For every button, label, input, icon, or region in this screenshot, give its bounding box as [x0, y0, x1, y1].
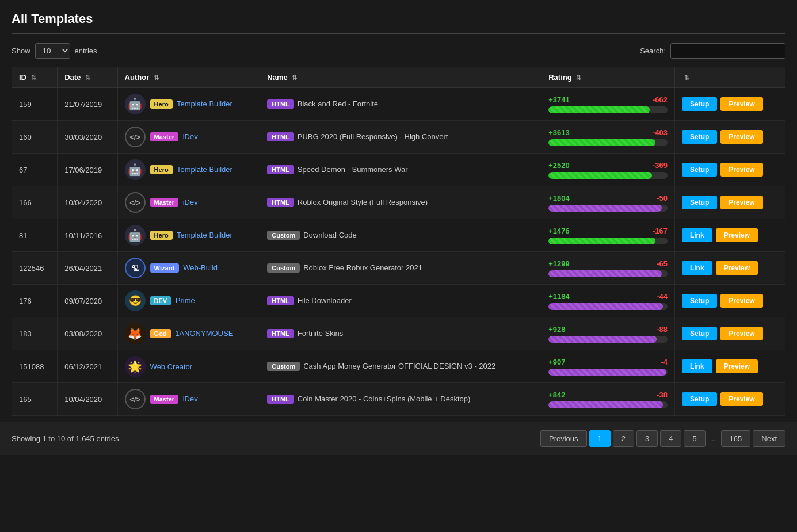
action2-button[interactable]: Preview	[720, 392, 762, 406]
cell-id: 176	[12, 285, 58, 317]
cell-name: HTMLFortnite Skins	[260, 317, 541, 350]
top-controls: Show 10 25 50 100 entries Search:	[12, 43, 785, 59]
col-author: Author ⇅	[117, 67, 260, 88]
page-5-button[interactable]: 5	[684, 430, 705, 447]
action2-button[interactable]: Preview	[716, 228, 758, 242]
author-name[interactable]: Template Builder	[177, 231, 232, 239]
rating-positive: +928	[548, 325, 565, 334]
author-name[interactable]: Web-Build	[183, 263, 218, 272]
rating-bar-bg	[548, 303, 668, 310]
action1-button[interactable]: Setup	[682, 294, 717, 308]
footer-info: Showing 1 to 10 of 1,645 entries	[12, 434, 119, 443]
name-tag: HTML	[267, 329, 294, 338]
cell-id: 122546	[12, 252, 58, 285]
action2-button[interactable]: Preview	[720, 196, 762, 209]
action1-button[interactable]: Setup	[682, 392, 717, 406]
pagination: Previous 1 2 3 4 5 ... 165 Next	[540, 430, 785, 447]
sort-icon-date: ⇅	[85, 74, 90, 82]
cell-date: 03/08/2020	[58, 317, 117, 350]
rating-bar-fill	[548, 172, 652, 179]
page-165-button[interactable]: 165	[721, 430, 751, 447]
action2-button[interactable]: Preview	[720, 294, 762, 308]
rating-bar-fill	[548, 401, 662, 408]
cell-date: 06/12/2021	[58, 350, 117, 383]
cell-rating: +907 -4	[541, 350, 675, 383]
name-tag: HTML	[267, 198, 294, 207]
author-name[interactable]: iDev	[183, 132, 198, 141]
action1-button[interactable]: Setup	[682, 97, 717, 111]
cell-rating: +928 -88	[541, 317, 675, 350]
templates-table: ID ⇅ Date ⇅ Author ⇅ Name ⇅ Rating ⇅ ⇅ 1…	[12, 67, 785, 416]
search-input[interactable]	[670, 43, 785, 59]
cell-author: 🤖 Hero Template Builder	[117, 154, 260, 186]
previous-button[interactable]: Previous	[540, 430, 587, 447]
action2-button[interactable]: Preview	[720, 327, 762, 340]
rating-positive: +1299	[548, 259, 570, 268]
table-row: 122546 26/04/2021 🏗 Wizard Web-Build Cus…	[12, 252, 785, 285]
rating-positive: +2520	[548, 161, 570, 170]
cell-author: 🏗 Wizard Web-Build	[117, 252, 260, 285]
rating-positive: +1476	[548, 227, 570, 235]
page-2-button[interactable]: 2	[613, 430, 634, 447]
cell-name: HTMLBlack and Red - Fortnite	[260, 88, 541, 121]
name-tag: HTML	[267, 132, 294, 141]
name-tag: HTML	[267, 395, 294, 404]
action2-button[interactable]: Preview	[720, 163, 762, 177]
entries-select[interactable]: 10 25 50 100	[35, 43, 70, 59]
col-id: ID ⇅	[12, 67, 58, 88]
rating-negative: -403	[653, 128, 668, 137]
cell-actions: Link Preview	[674, 350, 785, 383]
author-badge: Hero	[150, 165, 173, 174]
action1-button[interactable]: Link	[682, 261, 712, 275]
action1-button[interactable]: Link	[682, 228, 712, 242]
next-button[interactable]: Next	[753, 430, 785, 447]
cell-name: CustomRoblox Free Robux Generator 2021	[260, 252, 541, 285]
action2-button[interactable]: Preview	[716, 359, 758, 373]
entries-label: entries	[75, 47, 97, 55]
cell-rating: +3613 -403	[541, 121, 675, 154]
author-name[interactable]: 1ANONYMOUSE	[175, 329, 233, 338]
search-group: Search:	[640, 43, 785, 59]
rating-positive: +1804	[548, 194, 570, 202]
author-name[interactable]: iDev	[183, 395, 198, 403]
action1-button[interactable]: Setup	[682, 130, 717, 144]
page-4-button[interactable]: 4	[660, 430, 681, 447]
rating-negative: -44	[657, 292, 668, 301]
cell-date: 09/07/2020	[58, 285, 117, 317]
author-name[interactable]: Template Builder	[177, 165, 232, 174]
cell-actions: Setup Preview	[674, 383, 785, 416]
rating-bar-fill	[548, 270, 661, 277]
cell-actions: Link Preview	[674, 252, 785, 285]
cell-date: 17/06/2019	[58, 154, 117, 186]
action2-button[interactable]: Preview	[720, 130, 762, 144]
rating-bar-bg	[548, 205, 668, 212]
action1-button[interactable]: Link	[682, 359, 712, 373]
author-badge: Wizard	[150, 263, 179, 273]
cell-id: 165	[12, 383, 58, 416]
cell-author: 🦊 God 1ANONYMOUSE	[117, 317, 260, 350]
author-badge: Master	[150, 198, 178, 207]
col-actions: ⇅	[674, 67, 785, 88]
table-header-row: ID ⇅ Date ⇅ Author ⇅ Name ⇅ Rating ⇅ ⇅	[12, 67, 785, 88]
col-rating: Rating ⇅	[541, 67, 675, 88]
author-name[interactable]: Web Creator	[150, 362, 192, 371]
author-name[interactable]: Prime	[176, 296, 195, 305]
author-badge: DEV	[150, 296, 171, 305]
action2-button[interactable]: Preview	[716, 261, 758, 275]
page-3-button[interactable]: 3	[636, 430, 658, 447]
author-badge: Master	[150, 132, 178, 141]
cell-name: HTMLPUBG 2020 (Full Responsive) - High C…	[260, 121, 541, 154]
action1-button[interactable]: Setup	[682, 327, 717, 340]
page-1-button[interactable]: 1	[589, 430, 611, 447]
show-label: Show	[12, 47, 30, 55]
rating-negative: -50	[657, 194, 668, 202]
search-label: Search:	[640, 47, 666, 55]
action2-button[interactable]: Preview	[720, 97, 762, 111]
rating-negative: -38	[657, 391, 668, 399]
action1-button[interactable]: Setup	[682, 196, 717, 209]
author-name[interactable]: iDev	[183, 198, 198, 206]
action1-button[interactable]: Setup	[682, 163, 717, 177]
author-name[interactable]: Template Builder	[177, 99, 232, 108]
rating-bar-bg	[548, 336, 668, 343]
col-name: Name ⇅	[260, 67, 541, 88]
